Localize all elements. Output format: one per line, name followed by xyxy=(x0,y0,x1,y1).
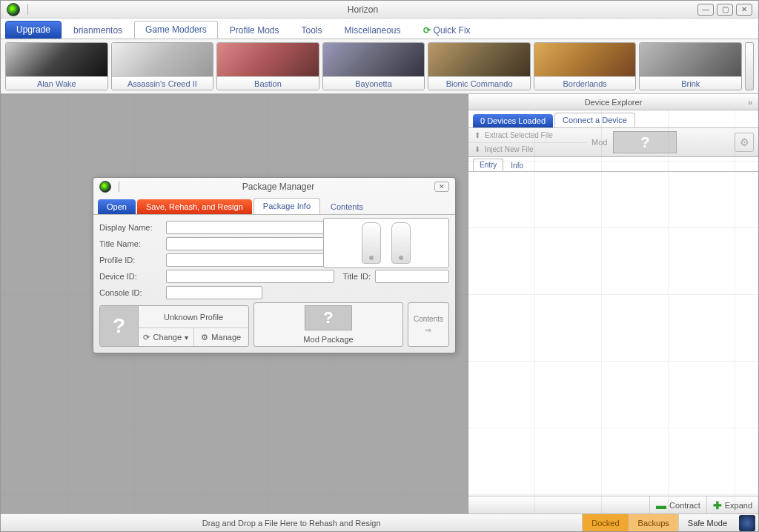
separator xyxy=(27,4,28,15)
refresh-icon: ⟳ xyxy=(423,25,431,36)
console-slot-icon xyxy=(362,222,381,264)
tab-quick-fix[interactable]: ⟳Quick Fix xyxy=(413,22,481,39)
maximize-button[interactable]: ▢ xyxy=(717,4,733,16)
profile-info: Unknown Profile ⟳Change▾ ⚙Manage xyxy=(139,306,248,346)
game-card-borderlands[interactable]: Borderlands xyxy=(534,42,637,90)
tab-game-modders[interactable]: Game Modders xyxy=(134,21,218,39)
game-card-alan-wake[interactable]: Alan Wake xyxy=(5,42,108,90)
mod-package-label: Mod Package xyxy=(303,335,353,344)
game-card-assassins-creed[interactable]: Assassin's Creed II xyxy=(111,42,214,90)
game-thumb xyxy=(217,43,319,76)
close-button[interactable]: ✕ xyxy=(736,4,752,16)
game-label: Bastion xyxy=(217,76,319,90)
device-explorer-title: Device Explorer xyxy=(585,98,643,107)
app-logo-icon[interactable] xyxy=(739,515,755,531)
tab-brianmentos[interactable]: brianmentos xyxy=(63,22,133,39)
game-card-brink[interactable]: Brink xyxy=(639,42,742,90)
refresh-icon: ⟳ xyxy=(143,333,150,342)
game-thumb xyxy=(323,43,425,76)
tab-save-rehash-resign[interactable]: Save, Rehash, and Resign xyxy=(137,199,252,214)
game-label: Brink xyxy=(640,76,741,90)
docked-button[interactable]: Docked xyxy=(582,514,628,531)
titlebar: Horizon — ▢ ✕ xyxy=(1,1,758,19)
package-manager-titlebar[interactable]: Package Manager ✕ xyxy=(93,178,455,196)
tab-open[interactable]: Open xyxy=(98,199,136,214)
game-label: Assassin's Creed II xyxy=(112,76,213,90)
game-thumb xyxy=(428,43,530,76)
arrow-right-icon: ⇨ xyxy=(425,326,431,334)
collapse-button[interactable]: » xyxy=(748,98,752,107)
tab-miscellaneous[interactable]: Miscellaneous xyxy=(334,22,411,39)
game-label: Bionic Commando xyxy=(428,76,530,90)
app-icon xyxy=(7,3,20,16)
game-thumb xyxy=(640,43,741,76)
chevron-down-icon: ▾ xyxy=(185,333,188,342)
profile-buttons: ⟳Change▾ ⚙Manage xyxy=(139,328,248,346)
minimize-button[interactable]: — xyxy=(697,4,714,16)
app-window: Horizon — ▢ ✕ Upgrade brianmentos Game M… xyxy=(0,0,759,532)
tab-profile-mods[interactable]: Profile Mods xyxy=(219,22,290,39)
device-id-input[interactable] xyxy=(166,270,334,283)
window-title: Horizon xyxy=(31,4,695,15)
game-thumb xyxy=(112,43,213,76)
game-card-bionic-commando[interactable]: Bionic Commando xyxy=(428,42,531,90)
title-id-input[interactable] xyxy=(375,270,449,283)
question-icon: ? xyxy=(305,305,352,330)
game-card-bayonetta[interactable]: Bayonetta xyxy=(322,42,425,90)
change-label: Change xyxy=(153,333,182,342)
profile-id-label: Profile ID: xyxy=(99,256,162,265)
app-icon xyxy=(99,181,111,193)
package-manager-body: Display Name: Title Name: Profile ID: De… xyxy=(93,215,455,353)
status-text: Drag and Drop a File Here to Rehash and … xyxy=(1,519,582,528)
field-row: Device ID:Title ID: xyxy=(99,270,449,283)
separator xyxy=(119,182,119,192)
mod-package-box: ? Mod Package xyxy=(253,302,403,347)
display-name-label: Display Name: xyxy=(99,223,162,232)
game-thumb xyxy=(6,43,107,76)
package-manager-tabs: Open Save, Rehash, and Resign Package In… xyxy=(93,196,455,215)
gear-icon: ⚙ xyxy=(201,333,208,342)
contents-label: Contents xyxy=(414,315,443,323)
backups-button[interactable]: Backups xyxy=(629,514,678,531)
package-right-panel xyxy=(323,218,449,268)
question-icon: ? xyxy=(100,306,139,346)
manage-button[interactable]: ⚙Manage xyxy=(194,328,249,346)
field-row: Console ID: xyxy=(99,286,449,299)
title-name-label: Title Name: xyxy=(99,239,162,248)
profile-box: ? Unknown Profile ⟳Change▾ ⚙Manage xyxy=(99,305,249,347)
console-slots xyxy=(323,218,449,268)
profile-name: Unknown Profile xyxy=(139,306,248,328)
game-scroll-right[interactable] xyxy=(745,42,754,90)
package-manager-close-button[interactable]: ✕ xyxy=(434,182,449,192)
console-id-label: Console ID: xyxy=(99,288,162,297)
contents-button[interactable]: Contents ⇨ xyxy=(408,302,449,347)
workspace[interactable]: Package Manager ✕ Open Save, Rehash, and… xyxy=(1,94,468,513)
tab-contents[interactable]: Contents xyxy=(322,199,372,214)
game-thumb xyxy=(534,43,636,76)
device-explorer-header: Device Explorer » xyxy=(468,94,758,110)
content-area: Package Manager ✕ Open Save, Rehash, and… xyxy=(1,94,758,513)
quick-fix-label: Quick Fix xyxy=(434,25,471,36)
game-label: Bayonetta xyxy=(323,76,425,90)
tab-package-info[interactable]: Package Info xyxy=(253,198,320,214)
safe-mode-button[interactable]: Safe Mode xyxy=(678,514,736,531)
title-id-label: Title ID: xyxy=(343,272,371,281)
game-strip: Alan Wake Assassin's Creed II Bastion Ba… xyxy=(1,39,758,94)
device-id-label: Device ID: xyxy=(99,272,162,281)
console-id-input[interactable] xyxy=(166,286,262,299)
manage-label: Manage xyxy=(211,333,241,342)
game-label: Alan Wake xyxy=(6,76,107,90)
game-label: Borderlands xyxy=(534,76,636,90)
console-slot-icon xyxy=(391,222,411,264)
package-manager-window: Package Manager ✕ Open Save, Rehash, and… xyxy=(93,177,456,353)
change-button[interactable]: ⟳Change▾ xyxy=(139,328,194,346)
tab-upgrade[interactable]: Upgrade xyxy=(5,21,62,39)
package-manager-title: Package Manager xyxy=(122,182,434,192)
game-card-bastion[interactable]: Bastion xyxy=(216,42,319,90)
main-tabs: Upgrade brianmentos Game Modders Profile… xyxy=(1,19,758,39)
statusbar: Drag and Drop a File Here to Rehash and … xyxy=(1,513,758,531)
tab-tools[interactable]: Tools xyxy=(291,22,332,39)
